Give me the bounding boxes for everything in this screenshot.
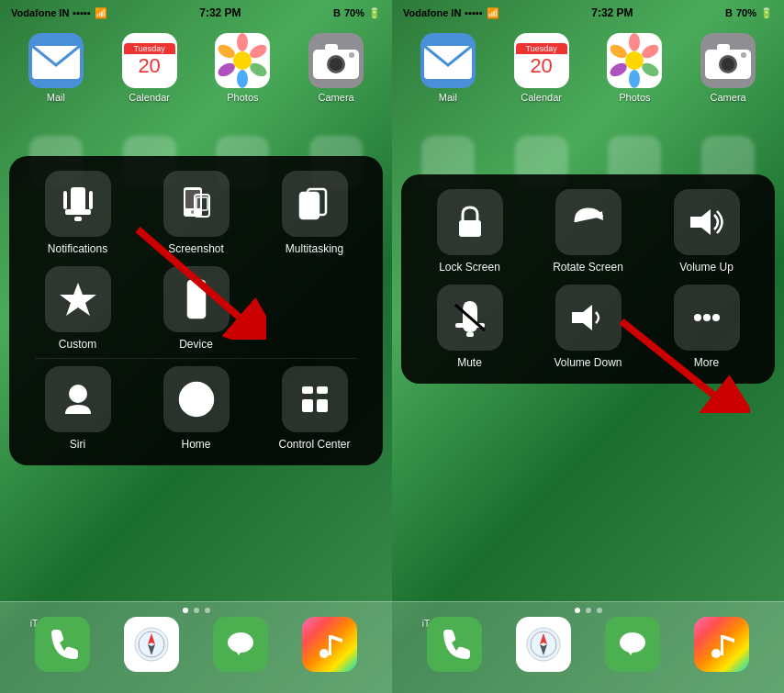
svg-rect-24: [308, 189, 326, 215]
red-arrow-left: [119, 211, 266, 340]
calendar-label-left: Calendar: [129, 92, 170, 103]
app-calendar-right[interactable]: Tuesday 20 Calendar: [505, 33, 578, 103]
home-button-icon: [176, 379, 217, 419]
at-mute[interactable]: Mute: [416, 285, 523, 369]
app-camera-right[interactable]: Camera: [691, 33, 765, 103]
signal-icon-right: ▪▪▪▪▪: [465, 7, 483, 18]
at-custom[interactable]: Custom: [24, 266, 131, 351]
at-volume-up-label: Volume Up: [679, 261, 734, 274]
photos-label-left: Photos: [227, 92, 258, 103]
svg-rect-36: [317, 399, 328, 412]
top-apps-right: Mail Tuesday 20 Calendar Phot: [392, 26, 784, 136]
at-control-center-icon-box: [282, 366, 348, 432]
app-mail-right[interactable]: Mail: [411, 33, 485, 103]
svg-point-43: [228, 632, 253, 653]
right-screen: Vodafone IN ▪▪▪▪▪ 📶 7:32 PM B 70% 🔋 Mail…: [392, 0, 784, 693]
svg-point-2: [237, 33, 248, 51]
at-siri-label: Siri: [70, 438, 85, 451]
dock-safari-right[interactable]: [516, 617, 571, 672]
wifi-icon-left: 📶: [95, 7, 107, 19]
svg-marker-44: [235, 650, 242, 655]
dock-messages-right[interactable]: [605, 617, 660, 672]
svg-point-5: [237, 70, 248, 88]
calendar-icon-right: Tuesday 20: [514, 33, 569, 88]
at-home[interactable]: Home: [142, 366, 250, 451]
app-mail-left[interactable]: Mail: [19, 33, 93, 103]
custom-star-icon: [58, 279, 98, 319]
svg-point-77: [620, 632, 645, 653]
at-volume-up[interactable]: Volume Up: [653, 189, 760, 274]
at-rotate-screen[interactable]: Rotate Screen: [534, 189, 642, 274]
carrier-text-right: Vodafone IN: [403, 7, 461, 18]
page-dots-left: [183, 608, 210, 613]
control-center-icon: [295, 379, 335, 419]
app-photos-left[interactable]: Photos: [206, 33, 279, 103]
dock-apps-left: [0, 617, 392, 672]
mail-icon-left: [28, 33, 84, 88]
svg-rect-34: [317, 386, 328, 394]
photos-icon-right: [607, 33, 662, 88]
mail-label-right: Mail: [439, 92, 457, 103]
at-divider-left: [35, 358, 358, 359]
at-custom-label: Custom: [59, 338, 96, 351]
at-notifications-label: Notifications: [48, 242, 107, 255]
svg-rect-65: [466, 332, 474, 337]
at-lock-screen[interactable]: Lock Screen: [416, 189, 523, 274]
svg-rect-59: [717, 44, 730, 51]
svg-marker-67: [572, 305, 592, 330]
svg-rect-19: [185, 190, 200, 208]
dock-music-left[interactable]: [302, 617, 357, 672]
status-right-left: B 70% 🔋: [333, 7, 381, 19]
dock-left: [0, 601, 392, 693]
at-notifications-icon-box: [45, 171, 111, 237]
at-home-label: Home: [181, 438, 210, 451]
dot-3-right: [597, 608, 602, 613]
status-bar-right: Vodafone IN ▪▪▪▪▪ 📶 7:32 PM B 70% 🔋: [392, 0, 784, 26]
wifi-icon-right: 📶: [487, 7, 499, 19]
svg-marker-47: [331, 635, 342, 643]
app-calendar-left[interactable]: Tuesday 20 Calendar: [113, 33, 186, 103]
time-left: 7:32 PM: [199, 6, 241, 19]
at-lock-icon-box: [437, 189, 503, 255]
photos-label-right: Photos: [619, 92, 650, 103]
svg-point-12: [349, 52, 354, 58]
dock-phone-left[interactable]: [35, 617, 90, 672]
mail-icon-right: [420, 33, 476, 88]
at-lock-label: Lock Screen: [439, 261, 500, 274]
app-photos-right[interactable]: Photos: [598, 33, 671, 103]
at-rotate-label: Rotate Screen: [553, 261, 623, 274]
camera-label-left: Camera: [319, 92, 354, 103]
dock-safari-left[interactable]: [124, 617, 179, 672]
svg-point-45: [319, 649, 329, 658]
svg-point-58: [722, 58, 734, 71]
status-bar-left: Vodafone IN ▪▪▪▪▪ 📶 7:32 PM B 70% 🔋: [0, 0, 392, 26]
dot-3-left: [205, 608, 210, 613]
camera-icon-left: [308, 33, 364, 88]
at-device-label: Device: [179, 338, 213, 351]
battery-text-left: 70%: [344, 7, 364, 18]
app-camera-left[interactable]: Camera: [299, 33, 373, 103]
camera-icon-right: [700, 33, 756, 88]
dock-music-right[interactable]: [694, 617, 749, 672]
at-siri[interactable]: Siri: [24, 366, 131, 451]
svg-rect-35: [302, 399, 313, 412]
svg-point-73: [527, 628, 560, 661]
svg-point-60: [741, 52, 746, 58]
svg-rect-15: [74, 217, 82, 221]
dock-phone-right[interactable]: [427, 617, 482, 672]
at-control-center[interactable]: Control Center: [261, 366, 368, 451]
svg-rect-61: [459, 220, 481, 237]
at-notifications[interactable]: Notifications: [24, 171, 131, 255]
bluetooth-icon-right: B: [725, 7, 733, 18]
battery-text-right: 70%: [736, 7, 756, 18]
svg-rect-80: [721, 635, 723, 655]
svg-point-30: [69, 385, 87, 403]
dock-messages-left[interactable]: [213, 617, 268, 672]
at-multitasking[interactable]: Multitasking: [261, 171, 368, 255]
signal-icon-left: ▪▪▪▪▪: [73, 7, 91, 18]
volume-up-icon: [687, 202, 727, 242]
lock-icon: [450, 202, 490, 242]
at-siri-icon-box: [45, 366, 111, 432]
volume-down-icon: [568, 297, 609, 338]
svg-point-49: [625, 51, 644, 70]
